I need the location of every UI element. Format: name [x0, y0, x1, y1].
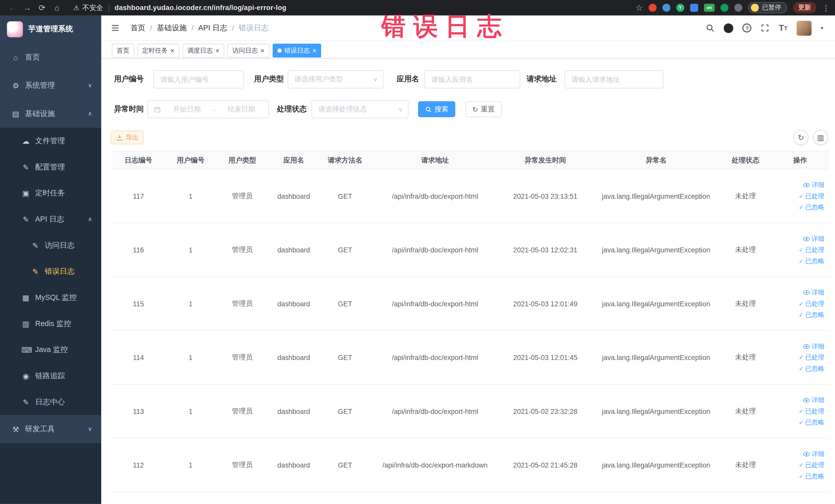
font-size-icon[interactable]: TT: [779, 23, 788, 33]
tab-home[interactable]: 首页: [112, 44, 134, 58]
date-range-picker[interactable]: 开始日期 - 结束日期: [148, 100, 269, 118]
export-button[interactable]: 导出: [111, 130, 144, 144]
detail-link[interactable]: 详细: [803, 288, 824, 297]
breadcrumb-item[interactable]: 首页: [130, 23, 145, 33]
check-icon: ✓: [798, 365, 803, 372]
search-icon[interactable]: [706, 23, 715, 32]
sidebar-item-label: 定时任务: [35, 188, 65, 198]
processed-label: 已处理: [805, 245, 824, 254]
extension-icon[interactable]: on: [704, 4, 715, 12]
url-text: dashboard.yudao.iocoder.cn/infra/log/api…: [115, 4, 286, 12]
sidebar-item-label: Redis 监控: [35, 319, 71, 328]
app-name-input[interactable]: [424, 70, 520, 88]
cell-exception: java.lang.IllegalArgumentException: [592, 169, 720, 223]
sidebar-item-scheduled-task[interactable]: ▣ 定时任务: [0, 180, 101, 206]
mark-ignored-link[interactable]: ✓已忽略: [798, 418, 824, 427]
tab-access-log[interactable]: 访问日志 ×: [227, 44, 269, 58]
address-bar[interactable]: ⚠ 不安全 | dashboard.yudao.iocoder.cn/infra…: [74, 3, 286, 12]
close-icon[interactable]: ×: [261, 47, 265, 54]
close-icon[interactable]: ×: [216, 47, 220, 54]
sidebar-item-error-log[interactable]: ✎ 错误日志: [0, 258, 101, 284]
sidebar-item-redis-monitor[interactable]: ▥ Redis 监控: [0, 310, 101, 337]
table-row: 115 1 管理员 dashboard GET /api/infra/db-do…: [112, 277, 830, 331]
caret-down-icon[interactable]: ▾: [821, 25, 823, 31]
sidebar-item-label: 文件管理: [35, 136, 65, 146]
mark-processed-link[interactable]: ✓已处理: [798, 407, 824, 416]
sidebar-item-api-log[interactable]: ✎ API 日志 ∧: [0, 206, 101, 233]
fullscreen-icon[interactable]: [760, 23, 770, 32]
reset-button[interactable]: ↻ 重置: [465, 101, 502, 117]
sidebar-item-log-center[interactable]: ✎ 日志中心: [0, 389, 101, 415]
sidebar-item-trace[interactable]: ◉ 链路追踪: [0, 363, 101, 389]
sidebar-item-config-manage[interactable]: ✎ 配置管理: [0, 154, 101, 180]
collapse-menu-icon[interactable]: [111, 23, 121, 33]
close-icon[interactable]: ×: [312, 47, 317, 54]
sidebar-item-home[interactable]: ⌂ 首页: [0, 43, 101, 72]
refresh-icon: ↻: [798, 133, 804, 142]
mark-ignored-link[interactable]: ✓已忽略: [798, 364, 824, 373]
breadcrumb-item[interactable]: API 日志: [198, 23, 227, 33]
back-icon[interactable]: ←: [5, 1, 19, 14]
request-url-input[interactable]: [565, 70, 664, 88]
tab-label: 错误日志: [284, 46, 310, 55]
refresh-button[interactable]: ↻: [793, 130, 808, 145]
close-icon[interactable]: ×: [170, 47, 175, 54]
tab-scheduled-task[interactable]: 定时任务 ×: [137, 44, 179, 58]
ignored-label: 已忽略: [805, 257, 824, 265]
process-status-select[interactable]: 请选择处理状态 ∨: [312, 100, 409, 118]
breadcrumb-item[interactable]: 基础设施: [157, 23, 187, 33]
cell-status: 未处理: [720, 169, 771, 223]
extension-icon[interactable]: [649, 4, 657, 12]
github-icon[interactable]: [724, 23, 733, 33]
sidebar-item-mysql-monitor[interactable]: ▦ MySQL 监控: [0, 284, 101, 311]
browser-menu-icon[interactable]: ⋮: [822, 3, 830, 12]
mark-ignored-link[interactable]: ✓已忽略: [798, 472, 824, 481]
check-icon: ✓: [798, 419, 803, 426]
sidebar-item-dev-tools[interactable]: ⚒ 研发工具 ∨: [0, 415, 101, 443]
search-button[interactable]: 搜索: [418, 101, 455, 117]
sidebar-item-access-log[interactable]: ✎ 访问日志: [0, 233, 101, 259]
sidebar-item-system-manage[interactable]: ⚙ 系统管理 ∨: [0, 72, 101, 100]
detail-link[interactable]: 详细: [803, 342, 824, 351]
cell-time: 2021-05-02 21:45:28: [499, 438, 592, 492]
extension-icon[interactable]: [734, 4, 742, 12]
browser-home-icon[interactable]: ⌂: [50, 1, 64, 14]
user-avatar[interactable]: [797, 21, 812, 36]
mark-ignored-link[interactable]: ✓已忽略: [798, 310, 824, 319]
column-settings-button[interactable]: ▥: [813, 130, 828, 145]
browser-update-button[interactable]: 更新: [793, 2, 816, 13]
mark-processed-link[interactable]: ✓已处理: [798, 299, 824, 308]
tab-error-log[interactable]: 错误日志 ×: [272, 44, 321, 58]
profile-paused-button[interactable]: 已暂停: [748, 2, 787, 13]
reload-icon[interactable]: ⟳: [35, 1, 49, 14]
logo[interactable]: 芋道管理系统: [0, 15, 101, 43]
detail-label: 详细: [812, 342, 824, 351]
help-icon[interactable]: ?: [742, 23, 752, 32]
select-placeholder: 请选择处理状态: [319, 104, 399, 114]
sidebar-item-label: 研发工具: [25, 424, 55, 434]
detail-link[interactable]: 详细: [803, 396, 824, 404]
detail-link[interactable]: 详细: [803, 180, 824, 189]
mark-processed-link[interactable]: ✓已处理: [798, 191, 824, 201]
bookmark-star-icon[interactable]: ☆: [635, 3, 643, 12]
mark-processed-link[interactable]: ✓已处理: [798, 353, 824, 362]
mark-processed-link[interactable]: ✓已处理: [798, 460, 824, 469]
tab-schedule-log[interactable]: 调度日志 ×: [183, 44, 224, 58]
sidebar-item-java-monitor[interactable]: ⌨ Java 监控: [0, 337, 101, 363]
extension-icon[interactable]: [720, 4, 729, 12]
ignored-label: 已忽略: [805, 472, 824, 481]
sidebar-item-file-manage[interactable]: ☁ 文件管理: [0, 128, 101, 154]
detail-link[interactable]: 详细: [803, 449, 824, 458]
reset-button-label: 重置: [481, 104, 495, 114]
extension-icon[interactable]: Y: [676, 4, 684, 12]
extension-icon[interactable]: [690, 4, 698, 12]
extension-icon[interactable]: [663, 4, 670, 12]
forward-icon[interactable]: →: [20, 1, 34, 14]
mark-ignored-link[interactable]: ✓已忽略: [798, 203, 824, 211]
user-type-select[interactable]: 请选择用户类型 ∨: [287, 70, 383, 88]
mark-processed-link[interactable]: ✓已处理: [798, 245, 824, 254]
mark-ignored-link[interactable]: ✓已忽略: [798, 257, 824, 265]
sidebar-item-infrastructure[interactable]: ▤ 基础设施 ∧: [0, 100, 101, 128]
detail-link[interactable]: 详细: [803, 234, 824, 243]
user-id-input[interactable]: [153, 70, 244, 88]
